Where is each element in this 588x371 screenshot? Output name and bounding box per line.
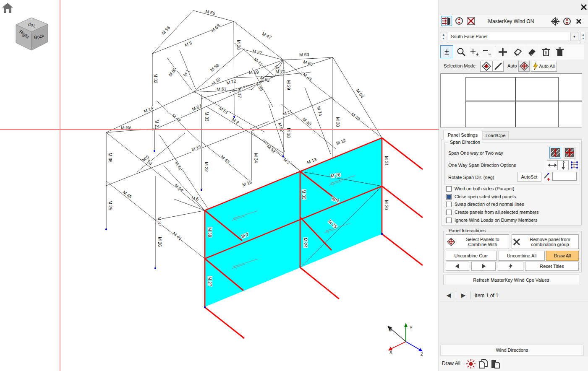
uncombine-curr-button[interactable]: Uncombine Curr	[446, 251, 497, 261]
member-label[interactable]: M 1	[182, 68, 191, 77]
view-cube[interactable]: Top Right Back	[13, 15, 52, 54]
member-label[interactable]: M 61	[217, 86, 227, 91]
tab-load-cpe[interactable]: Load/Cpe	[482, 131, 509, 140]
auto-select-button[interactable]	[518, 61, 530, 72]
member-label[interactable]: M 10	[211, 76, 222, 86]
rotate-angle-input[interactable]	[552, 172, 577, 181]
tab-panel-settings[interactable]: Panel Settings	[443, 130, 482, 140]
member-label[interactable]: M 72	[226, 78, 237, 85]
wind-sun-button[interactable]	[465, 358, 476, 369]
member-label[interactable]: M 31	[384, 156, 389, 166]
member-label[interactable]: M 33	[204, 112, 209, 122]
member-label[interactable]: M 46	[172, 231, 183, 241]
member-label[interactable]: M 54	[174, 183, 185, 193]
home-icon[interactable]	[2, 3, 13, 13]
member-label[interactable]: M 67	[191, 103, 202, 112]
member-label[interactable]: M 56	[161, 25, 171, 36]
member-label[interactable]: M 70	[275, 69, 285, 74]
add-panel-button[interactable]	[497, 45, 509, 58]
member-label[interactable]: M 63	[299, 52, 309, 57]
delete-all-button[interactable]	[554, 45, 566, 58]
select-by-panel-button[interactable]	[480, 61, 492, 72]
member-label[interactable]: M 37	[157, 216, 162, 226]
checkbox-2[interactable]	[446, 202, 452, 207]
span-grid-button[interactable]: TS	[570, 160, 580, 170]
next-panel-button[interactable]	[471, 262, 496, 271]
rotate-span-vertical-button[interactable]	[558, 160, 569, 170]
member-label[interactable]: M 52	[266, 144, 277, 154]
draw-all-toggle-button[interactable]: Draw All	[546, 251, 579, 261]
item-next-button[interactable]: ▶	[459, 291, 468, 299]
chevron-down-icon[interactable]: ▼	[570, 32, 578, 41]
member-label[interactable]: M 38	[207, 227, 212, 237]
select-by-member-button[interactable]	[492, 61, 504, 72]
panel-preview[interactable]	[440, 73, 582, 127]
delete-current-button[interactable]	[540, 45, 552, 58]
face-selector-dropdown[interactable]: South Face Panel ▼	[448, 32, 578, 41]
member-label[interactable]: M 13	[306, 156, 317, 165]
remove-selection-button[interactable]	[481, 45, 493, 58]
member-label[interactable]: M 36	[108, 153, 113, 163]
face-spinner-left[interactable]: ▲▼	[441, 32, 446, 41]
wind-panel-mode-button[interactable]	[441, 16, 452, 26]
zoom-select-button[interactable]	[455, 45, 467, 58]
member-label[interactable]: M 15	[191, 144, 202, 152]
member-label[interactable]: M 24	[303, 238, 308, 248]
member-label[interactable]: M 11	[282, 109, 293, 117]
wind-directions-header[interactable]: Wind Directions	[440, 345, 584, 355]
member-label[interactable]: M 50	[167, 67, 178, 78]
member-label[interactable]: M 58	[209, 62, 220, 73]
prev-panel-button[interactable]	[446, 262, 469, 271]
remove-from-group-button[interactable]: Remove panel from combination group	[512, 234, 579, 249]
span-one-way-button[interactable]	[549, 147, 561, 158]
paste-icon-button[interactable]	[489, 358, 501, 370]
checkbox-0[interactable]	[446, 186, 452, 192]
member-label[interactable]: M 68	[210, 23, 221, 33]
uncombine-all-button[interactable]: Uncombine All	[499, 251, 545, 261]
flip-span-direction-button[interactable]	[547, 160, 558, 170]
quick-draw-button[interactable]	[498, 262, 523, 271]
auto-all-button[interactable]: Auto All	[531, 61, 557, 72]
member-label[interactable]: M 34	[253, 153, 259, 163]
member-label[interactable]: M 69	[249, 70, 259, 75]
member-label[interactable]: M 21	[154, 119, 159, 130]
member-label[interactable]: M 43	[220, 154, 231, 164]
checkbox-3[interactable]	[446, 210, 452, 215]
span-two-way-button[interactable]	[564, 147, 575, 158]
pick-angle-button[interactable]	[543, 172, 551, 182]
copy-icon-button[interactable]	[477, 358, 489, 370]
checkbox-1[interactable]	[446, 194, 452, 200]
model-viewport[interactable]: M 55M 56M 68M 8M 47M 57M 63M 66M 71M 73M…	[0, 0, 439, 371]
member-label[interactable]: M 32	[153, 73, 158, 83]
member-label[interactable]: M 12	[336, 138, 347, 146]
member-label[interactable]: M 64	[355, 88, 365, 99]
reset-titles-button[interactable]: Reset Titles	[525, 262, 579, 271]
face-spinner-right[interactable]: ▲▼	[580, 32, 586, 41]
member-label[interactable]: M 35	[301, 189, 306, 200]
member-label[interactable]: M 74	[316, 106, 323, 117]
member-label[interactable]: M 22	[204, 162, 209, 172]
member-label[interactable]: M 8	[184, 40, 193, 47]
item-prev-button[interactable]: ◀	[444, 291, 453, 299]
member-label[interactable]: M 47	[261, 31, 272, 40]
member-label[interactable]: M 27	[207, 276, 212, 286]
member-label[interactable]: M 48	[302, 72, 313, 82]
toggle-select-button[interactable]: ±	[440, 45, 453, 58]
member-label[interactable]: M 17	[237, 88, 242, 98]
member-label[interactable]: M 26	[157, 237, 162, 247]
member-label[interactable]: M 55	[205, 8, 216, 16]
member-label[interactable]: M 16	[242, 179, 253, 187]
member-label[interactable]: M 25	[108, 200, 113, 210]
add-selection-button[interactable]	[469, 45, 481, 58]
member-label[interactable]: M 2	[231, 117, 240, 125]
erase-panel-button[interactable]	[511, 45, 524, 58]
member-label[interactable]: M 28	[236, 40, 241, 50]
checkbox-4[interactable]	[446, 218, 452, 223]
delete-panel-button[interactable]	[465, 16, 476, 26]
member-label[interactable]: M 39	[255, 81, 264, 92]
orient-panel-button[interactable]	[562, 16, 572, 26]
member-label[interactable]: M 62	[277, 122, 285, 133]
member-label[interactable]: M 57	[252, 49, 263, 56]
node-direction-button[interactable]	[454, 16, 465, 26]
move-panels-button[interactable]	[550, 16, 560, 26]
